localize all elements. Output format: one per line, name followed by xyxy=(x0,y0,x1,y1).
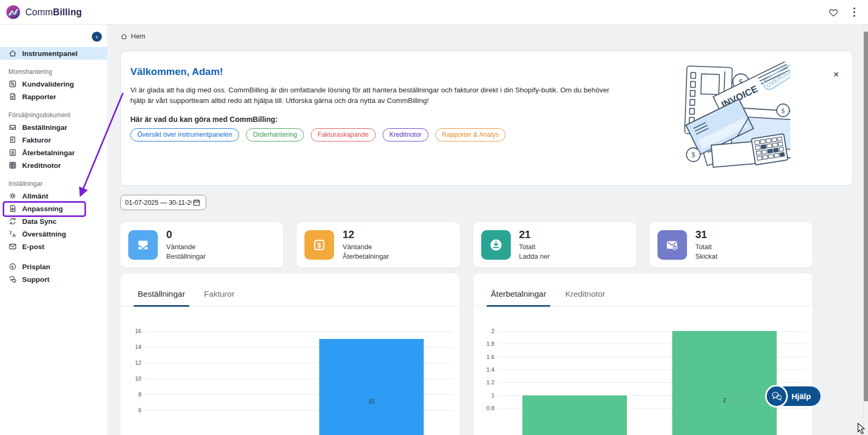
topbar-actions xyxy=(828,7,868,17)
tab-fakturor[interactable]: Fakturor xyxy=(203,289,236,306)
tab-aterbetalningar[interactable]: Återbetalningar xyxy=(489,289,548,306)
breadcrumb[interactable]: Hem xyxy=(120,32,145,40)
tag-kreditnotor[interactable]: Kreditnotor xyxy=(383,128,428,141)
svg-text:€: € xyxy=(12,138,14,141)
chart-bar[interactable] xyxy=(522,395,627,435)
scrollbar-thumb[interactable] xyxy=(864,32,868,401)
brand-logo: CommBilling xyxy=(0,5,82,20)
sidebar-item-bestallningar[interactable]: Beställningar xyxy=(0,121,107,134)
refunds-chart-card: Återbetalningar Kreditnotor 21.81.61.41.… xyxy=(473,273,813,435)
refunds-chart-tabs: Återbetalningar Kreditnotor xyxy=(473,273,813,306)
sidebar-collapse-button[interactable]: ‹ xyxy=(92,32,102,42)
customization-icon xyxy=(8,204,17,213)
sidebar-item-label: Kreditnotor xyxy=(22,162,61,169)
stats-row: 0 VäntandeBeställningar $ 12 VäntandeÅte… xyxy=(120,222,813,268)
favorite-button[interactable] xyxy=(828,8,838,17)
tag-orderhantering[interactable]: Orderhantering xyxy=(246,128,304,141)
y-axis-tick-label: 16 xyxy=(120,328,141,334)
sidebar-item-anpassning[interactable]: Anpassning xyxy=(0,202,107,215)
brand-name: CommBilling xyxy=(25,7,82,18)
sidebar-item-label: Översättning xyxy=(22,230,66,238)
chart-bar[interactable] xyxy=(672,331,777,435)
welcome-subtitle: Här är vad du kan göra med CommBilling: xyxy=(130,115,278,124)
sidebar-item-label: Instrumentpanel xyxy=(22,50,78,58)
stat-label: VäntandeBeställningar xyxy=(166,242,206,261)
sidebar-section-installningar: Inställningar xyxy=(0,178,107,190)
top-bar: CommBilling xyxy=(0,0,868,25)
bar-value-label: 15 xyxy=(361,398,382,404)
svg-text:A: A xyxy=(12,232,16,238)
y-axis-tick-label: 1.2 xyxy=(473,379,494,385)
sidebar-item-label: Kundvalidering xyxy=(22,80,74,88)
date-range-picker[interactable]: 01-07-2025 — 30-11-2025 xyxy=(120,195,206,210)
y-axis-tick-label: 1.4 xyxy=(473,366,494,373)
main-content: Hem Välkommen, Adam! Vi är glada att ha … xyxy=(107,25,868,435)
dollar-sign-text: $ xyxy=(781,107,785,115)
stat-value: 31 xyxy=(695,229,718,241)
welcome-title: Välkommen, Adam! xyxy=(130,66,223,78)
tag-fakturaskapande[interactable]: Fakturaskapande xyxy=(311,128,376,141)
y-axis-tick-label: 12 xyxy=(120,360,141,366)
y-axis-tick-label: 1 xyxy=(473,392,494,399)
invoices-illustration: $ INVOICE INVOICE OVERDUE xyxy=(679,62,790,174)
customer-validation-icon xyxy=(8,80,17,88)
welcome-body: Vi är glada att ha dig med oss. CommBill… xyxy=(130,85,624,107)
orders-icon xyxy=(8,123,17,131)
y-axis-tick-label: 14 xyxy=(120,344,141,350)
sync-icon xyxy=(8,217,17,225)
sidebar: ‹ Instrumentpanel Momshantering Kundvali… xyxy=(0,25,107,435)
invoice-icon: € xyxy=(8,136,17,144)
sidebar-item-rapporter[interactable]: Rapporter xyxy=(0,90,107,103)
sidebar-item-data-sync[interactable]: Data Sync xyxy=(0,215,107,228)
y-axis-tick-label: 1.8 xyxy=(473,341,494,347)
gridline xyxy=(145,331,453,332)
svg-text:$: $ xyxy=(318,242,321,249)
tab-bestallningar[interactable]: Beställningar xyxy=(136,289,187,306)
sidebar-item-oversattning[interactable]: zA Översättning xyxy=(0,228,107,240)
home-breadcrumb-icon xyxy=(120,33,128,40)
orders-chart-tabs: Beställningar Fakturor xyxy=(120,273,460,306)
chat-bubbles-icon xyxy=(765,385,788,408)
feature-tags: Översikt över instrumentpanelen Orderhan… xyxy=(130,128,505,141)
home-icon xyxy=(8,49,17,58)
tab-kreditnotor[interactable]: Kreditnotor xyxy=(564,289,607,306)
sidebar-item-aterbetalningar[interactable]: Återbetalningar xyxy=(0,146,107,159)
sidebar-section-forsaljningsdokument: Försäljningsdokument xyxy=(0,109,107,121)
kebab-menu-icon xyxy=(853,7,855,17)
bar-value-label: 2 xyxy=(714,397,735,403)
mail-sent-icon xyxy=(657,230,687,260)
app-window: CommBilling ‹ Instrumentpanel Momshanter… xyxy=(0,0,868,435)
stat-card-vantande-aterbetalningar: $ 12 VäntandeÅterbetalningar xyxy=(297,222,460,268)
gear-icon xyxy=(8,192,17,200)
tag-oversikt[interactable]: Översikt över instrumentpanelen xyxy=(130,128,239,141)
sidebar-item-e-post[interactable]: E-post xyxy=(0,240,107,253)
sidebar-item-support[interactable]: Support xyxy=(0,273,107,286)
sidebar-item-label: Data Sync xyxy=(22,218,56,225)
stat-card-vantande-bestallningar: 0 VäntandeBeställningar xyxy=(120,222,283,268)
svg-text:z: z xyxy=(9,231,12,235)
sidebar-item-kundvalidering[interactable]: Kundvalidering xyxy=(0,78,107,90)
calendar-icon xyxy=(193,198,201,206)
tag-rapporter-analys[interactable]: Rapporter & Analys xyxy=(435,128,506,141)
sidebar-nav: Instrumentpanel Momshantering Kundvalide… xyxy=(0,25,107,286)
date-range-value: 01-07-2025 — 30-11-2025 xyxy=(125,199,192,206)
y-axis-tick-label: 0.8 xyxy=(473,405,494,411)
help-button[interactable]: Hjälp xyxy=(765,386,821,406)
sidebar-item-prisplan[interactable]: € Prisplan xyxy=(0,260,107,273)
dollar-icon: $ xyxy=(304,230,334,260)
sidebar-section-momshantering: Momshantering xyxy=(0,66,107,78)
refund-icon xyxy=(8,148,17,157)
close-icon[interactable]: × xyxy=(833,69,839,79)
y-axis-tick-label: 10 xyxy=(120,375,141,382)
sidebar-item-instrumentpanel[interactable]: Instrumentpanel xyxy=(0,47,107,60)
sidebar-item-label: Rapporter xyxy=(22,93,56,101)
sidebar-item-kreditnotor[interactable]: Kreditnotor xyxy=(0,159,107,172)
sidebar-item-label: Återbetalningar xyxy=(22,149,75,157)
stat-value: 0 xyxy=(166,229,206,241)
chart-bar[interactable] xyxy=(319,339,424,435)
stat-label: TotaltSkickat xyxy=(695,242,718,261)
sidebar-item-fakturor[interactable]: € Fakturor xyxy=(0,134,107,146)
sidebar-item-allmant[interactable]: Allmänt xyxy=(0,190,107,202)
svg-text:€: € xyxy=(12,264,14,269)
more-menu-button[interactable] xyxy=(853,7,855,17)
